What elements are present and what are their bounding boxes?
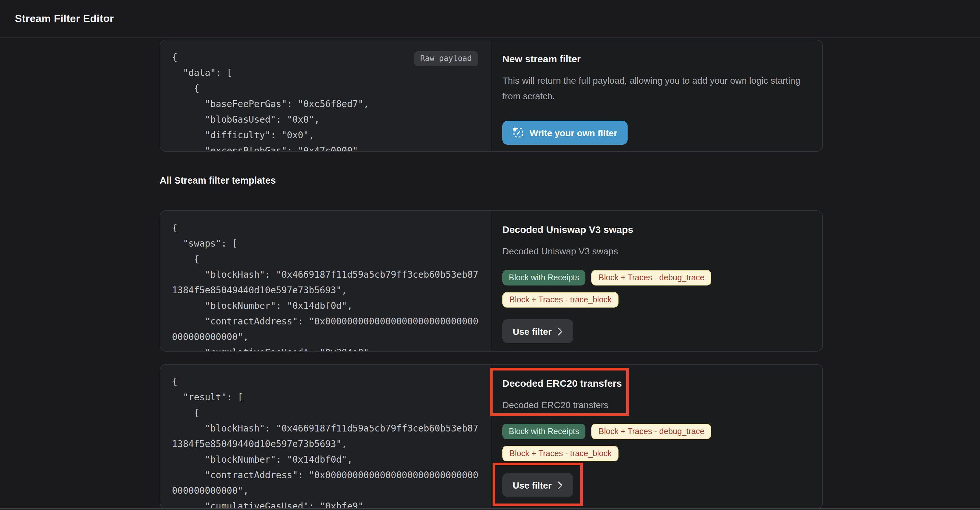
card-info-panel: Decoded Uniswap V3 swaps Decoded Uniswap…: [491, 211, 822, 351]
card-description: Decoded Uniswap V3 swaps: [502, 243, 809, 259]
modal-title: Stream Filter Editor: [15, 13, 114, 24]
write-your-own-filter-button[interactable]: Write your own filter: [502, 121, 628, 145]
card-title: Decoded ERC20 transfers: [502, 377, 809, 391]
dataset-tag-list: Block with Receipts Block + Traces - deb…: [502, 270, 781, 308]
button-label: Write your own filter: [530, 127, 617, 138]
chevron-right-icon: [557, 327, 563, 335]
tag-block-with-receipts: Block with Receipts: [502, 270, 586, 286]
template-card-erc20-transfers: { "result": [ { "blockHash": "0x4669187f…: [160, 364, 823, 509]
chevron-right-icon: [557, 481, 563, 489]
raw-payload-badge: Raw payload: [414, 51, 478, 66]
card-title: New stream filter: [502, 52, 809, 66]
viewport-cutoff-edge: [0, 508, 980, 510]
code-preview-panel: { "swaps": [ { "blockHash": "0x4669187f1…: [160, 211, 491, 351]
card-info-panel: New stream filter This will return the f…: [491, 40, 822, 151]
code-snippet: { "swaps": [ { "blockHash": "0x4669187f1…: [160, 211, 478, 351]
card-info-panel: Decoded ERC20 transfers Decoded ERC20 tr…: [491, 365, 822, 509]
card-description: This will return the full payload, allow…: [502, 73, 809, 104]
card-title: Decoded Uniswap V3 swaps: [502, 222, 809, 237]
tag-block-traces-trace-block: Block + Traces - trace_block: [502, 292, 619, 308]
tag-block-with-receipts: Block with Receipts: [502, 424, 586, 439]
section-heading: All Stream filter templates: [160, 175, 276, 186]
card-description: Decoded ERC20 transfers: [502, 397, 809, 413]
tag-block-traces-debug-trace: Block + Traces - debug_trace: [592, 270, 712, 286]
draw-filter-icon: [513, 127, 524, 138]
code-snippet: { "result": [ { "blockHash": "0x4669187f…: [160, 365, 478, 509]
use-filter-button[interactable]: Use filter: [502, 473, 573, 497]
dataset-tag-list: Block with Receipts Block + Traces - deb…: [502, 424, 781, 461]
button-label: Use filter: [513, 326, 552, 337]
code-preview-panel: { "data": [ { "baseFeePerGas": "0xc56f8e…: [160, 40, 491, 151]
template-card-raw-payload: { "data": [ { "baseFeePerGas": "0xc56f8e…: [160, 40, 823, 152]
stream-filter-editor-modal: Stream Filter Editor { "data": [ { "base…: [0, 0, 980, 510]
tag-block-traces-debug-trace: Block + Traces - debug_trace: [592, 424, 712, 439]
code-preview-panel: { "result": [ { "blockHash": "0x4669187f…: [160, 365, 491, 509]
tag-block-traces-trace-block: Block + Traces - trace_block: [502, 446, 619, 461]
template-card-uniswap-v3-swaps: { "swaps": [ { "blockHash": "0x4669187f1…: [160, 210, 823, 352]
use-filter-button[interactable]: Use filter: [502, 319, 573, 343]
button-label: Use filter: [513, 480, 552, 490]
modal-header: Stream Filter Editor: [0, 0, 980, 38]
